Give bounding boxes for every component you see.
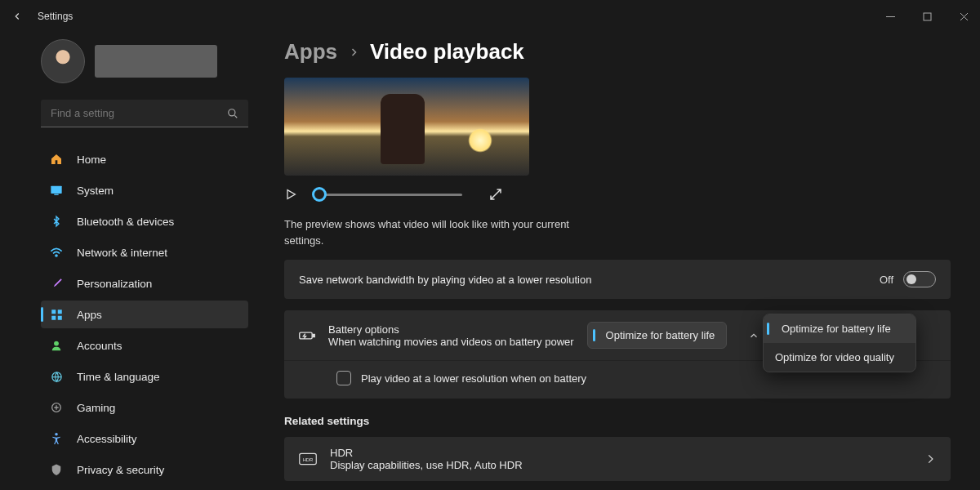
hdr-title: HDR [330, 447, 523, 459]
close-button[interactable] [960, 12, 969, 21]
sidebar-item-label: Apps [77, 309, 102, 321]
sidebar-item-network[interactable]: Network & internet [41, 238, 248, 266]
sidebar-item-personalization[interactable]: Personalization [41, 270, 248, 297]
slider-knob[interactable] [312, 187, 327, 202]
sidebar-item-privacy[interactable]: Privacy & security [41, 456, 248, 483]
sidebar-item-label: Network & internet [77, 247, 167, 259]
svg-rect-2 [51, 186, 61, 194]
back-button[interactable] [11, 11, 23, 22]
expand-icon [488, 187, 503, 202]
bandwidth-toggle[interactable] [903, 271, 936, 287]
page-title: Video playback [370, 39, 524, 65]
battery-dropdown[interactable]: Optimize for battery life [587, 322, 728, 349]
sidebar-item-update[interactable]: Windows Update [41, 487, 248, 490]
system-icon [49, 183, 64, 198]
svg-rect-7 [51, 315, 56, 319]
svg-point-12 [55, 433, 58, 436]
dropdown-option-battery-life[interactable]: Optimize for battery life [764, 314, 915, 343]
maximize-icon [923, 12, 932, 21]
video-preview [284, 78, 529, 176]
sidebar-item-time[interactable]: Time & language [41, 363, 248, 390]
preview-controls [284, 187, 951, 202]
sidebar-item-label: Home [77, 154, 106, 166]
sidebar-item-label: System [77, 185, 114, 197]
sidebar-item-accounts[interactable]: Accounts [41, 332, 248, 359]
chevron-right-icon [924, 453, 936, 465]
sidebar-item-label: Accessibility [77, 433, 137, 445]
sidebar-item-gaming[interactable]: Gaming [41, 394, 248, 421]
minimize-button[interactable] [886, 12, 895, 21]
battery-section: Battery options When watching movies and… [284, 310, 951, 399]
svg-rect-14 [313, 334, 314, 336]
sidebar-item-bluetooth[interactable]: Bluetooth & devices [41, 207, 248, 235]
battery-dropdown-value: Optimize for battery life [599, 329, 715, 341]
close-icon [960, 12, 969, 21]
battery-lowres-label: Play video at a lower resolution when on… [361, 372, 586, 385]
nav: Home System Bluetooth & devices Network … [41, 145, 248, 490]
svg-rect-8 [57, 315, 61, 319]
chevron-up-icon [748, 330, 760, 341]
accessibility-icon [49, 431, 64, 446]
svg-rect-6 [57, 310, 61, 314]
breadcrumb: Apps Video playback [284, 39, 951, 65]
battery-subtitle: When watching movies and videos on batte… [328, 336, 574, 348]
battery-dropdown-menu: Optimize for battery life Optimize for v… [763, 314, 916, 372]
preview-person [381, 94, 425, 164]
battery-lowres-checkbox[interactable] [336, 371, 351, 385]
hdr-icon: HDR [299, 452, 317, 466]
dropdown-option-label: Optimize for video quality [775, 351, 894, 363]
sidebar: Home System Bluetooth & devices Network … [0, 33, 261, 490]
sidebar-item-accessibility[interactable]: Accessibility [41, 425, 248, 452]
apps-icon [49, 307, 64, 322]
brush-icon [49, 276, 64, 291]
preview-description: The preview shows what video will look l… [284, 216, 578, 248]
profile-block[interactable] [41, 39, 248, 83]
bluetooth-icon [49, 214, 64, 229]
svg-rect-3 [54, 194, 58, 195]
sidebar-item-home[interactable]: Home [41, 145, 248, 173]
svg-text:HDR: HDR [303, 457, 314, 462]
collapse-button[interactable] [748, 330, 760, 341]
battery-header[interactable]: Battery options When watching movies and… [284, 310, 951, 360]
person-icon [49, 338, 64, 353]
sidebar-item-system[interactable]: System [41, 176, 248, 204]
sidebar-item-label: Personalization [77, 278, 152, 290]
svg-point-4 [56, 255, 57, 256]
titlebar: Settings [0, 0, 980, 33]
sidebar-item-label: Gaming [77, 402, 115, 414]
hdr-row[interactable]: HDR HDR Display capabilities, use HDR, A… [284, 437, 951, 481]
gaming-icon [49, 400, 64, 415]
svg-point-9 [54, 341, 59, 345]
globe-icon [49, 369, 64, 384]
svg-rect-0 [924, 13, 931, 20]
search-input[interactable] [41, 100, 248, 127]
preview-slider[interactable] [315, 194, 462, 196]
arrow-left-icon [11, 11, 23, 22]
sidebar-item-label: Privacy & security [77, 464, 164, 476]
sidebar-item-apps[interactable]: Apps [41, 301, 248, 328]
svg-rect-13 [300, 332, 312, 339]
svg-point-1 [229, 109, 235, 116]
wifi-icon [49, 245, 64, 260]
chevron-right-icon [349, 47, 359, 57]
search-icon [227, 108, 238, 119]
battery-title: Battery options [328, 323, 574, 336]
minimize-icon [886, 12, 895, 21]
play-button[interactable] [284, 188, 297, 201]
bandwidth-label: Save network bandwidth by playing video … [299, 274, 880, 286]
breadcrumb-parent[interactable]: Apps [284, 39, 337, 65]
fullscreen-button[interactable] [488, 187, 503, 202]
play-icon [284, 188, 297, 201]
related-settings-heading: Related settings [284, 415, 951, 427]
bandwidth-row[interactable]: Save network bandwidth by playing video … [284, 260, 951, 299]
content: Apps Video playback The preview shows wh… [261, 33, 980, 490]
dropdown-option-video-quality[interactable]: Optimize for video quality [764, 343, 915, 372]
sidebar-item-label: Accounts [77, 340, 122, 352]
preview-sun [468, 128, 492, 153]
maximize-button[interactable] [923, 12, 932, 21]
sidebar-item-label: Time & language [77, 371, 160, 383]
shield-icon [49, 462, 64, 477]
home-icon [49, 152, 64, 167]
profile-name-placeholder [95, 45, 217, 78]
bandwidth-toggle-state: Off [880, 274, 893, 286]
